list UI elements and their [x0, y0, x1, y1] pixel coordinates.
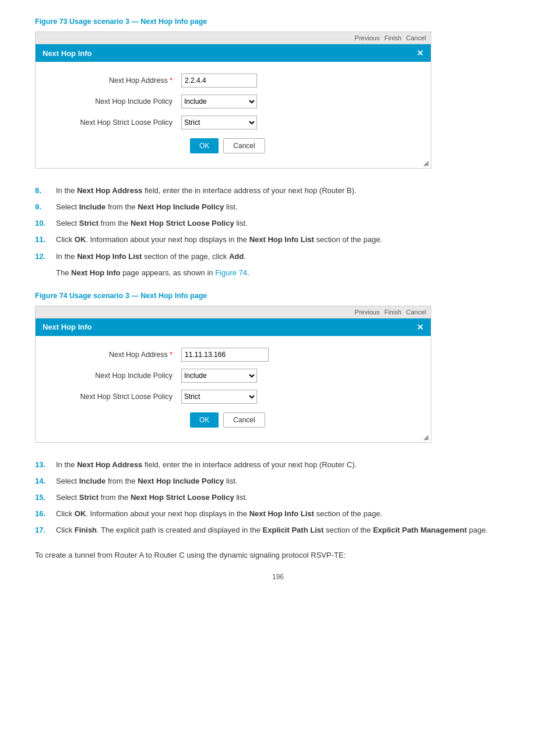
step-12-num: 12. — [35, 251, 54, 262]
step-15: 15. Select Strict from the Next Hop Stri… — [35, 492, 521, 503]
figure73-cancel-button[interactable]: Cancel — [223, 138, 265, 153]
figure74-field-include: Next Hop Include Policy Include Exclude — [53, 369, 413, 383]
figure74-label-strict: Next Hop Strict Loose Policy — [53, 393, 181, 401]
step-14: 14. Select Include from the Next Hop Inc… — [35, 475, 521, 487]
figure73-field-include: Next Hop Include Policy Include Exclude — [53, 94, 413, 108]
required-star: * — [170, 76, 173, 85]
step-15-text: Select Strict from the Next Hop Strict L… — [56, 492, 248, 503]
figure73-field-address: Next Hop Address * — [53, 74, 413, 88]
figure74-input-address[interactable] — [181, 348, 269, 362]
step-8: 8. In the Next Hop Address field, enter … — [35, 185, 521, 197]
previous-button-73[interactable]: Previous — [355, 34, 380, 41]
finish-button-73[interactable]: Finish — [384, 34, 401, 41]
figure74-select-include[interactable]: Include Exclude — [181, 369, 257, 383]
figure73-close-icon[interactable]: ✕ — [417, 48, 424, 58]
figure73-dialog: Previous Finish Cancel Next Hop Info ✕ N… — [35, 32, 431, 169]
figure73-field-strict: Next Hop Strict Loose Policy Strict Loos… — [53, 116, 413, 130]
required-star-74: * — [170, 351, 173, 359]
resize-handle-73[interactable]: ◢ — [423, 159, 428, 167]
step-14-num: 14. — [35, 475, 54, 487]
step-16: 16. Click OK. Information about your nex… — [35, 508, 521, 520]
step-13-text: In the Next Hop Address field, enter the… — [56, 459, 357, 471]
figure74-cancel-button[interactable]: Cancel — [223, 412, 265, 428]
cancel-button-73[interactable]: Cancel — [406, 34, 426, 41]
figure74-ok-button[interactable]: OK — [190, 412, 219, 428]
step-10-num: 10. — [35, 218, 54, 229]
steps-first: 8. In the Next Hop Address field, enter … — [35, 185, 521, 279]
figure74-link[interactable]: Figure 74 — [215, 268, 247, 277]
figure73-buttons: OK Cancel — [53, 138, 413, 153]
finish-button-74[interactable]: Finish — [384, 309, 401, 316]
figure73-caption: Figure 73 Usage scenario 3 — Next Hop In… — [35, 18, 521, 26]
step-13-num: 13. — [35, 459, 54, 471]
figure74-field-address: Next Hop Address * — [53, 348, 413, 362]
step-8-text: In the Next Hop Address field, enter the… — [56, 185, 356, 197]
step-10: 10. Select Strict from the Next Hop Stri… — [35, 218, 521, 229]
step-17-text: Click Finish. The explicit path is creat… — [56, 524, 488, 536]
figure74-select-strict[interactable]: Strict Loose — [181, 390, 257, 404]
figure73-dialog-title: Next Hop Info — [43, 49, 92, 58]
step-15-num: 15. — [35, 492, 54, 503]
step-12-text: In the Next Hop Info List section of the… — [56, 251, 246, 262]
step-14-text: Select Include from the Next Hop Include… — [56, 475, 237, 487]
step-17: 17. Click Finish. The explicit path is c… — [35, 524, 521, 536]
step-11-num: 11. — [35, 234, 54, 246]
figure74-close-icon[interactable]: ✕ — [417, 323, 424, 332]
step-9-num: 9. — [35, 201, 54, 213]
figure74-field-strict: Next Hop Strict Loose Policy Strict Loos… — [53, 390, 413, 404]
figure74-dialog-header: Next Hop Info ✕ — [36, 318, 431, 336]
step-12-sub: The Next Hop Info page appears, as shown… — [56, 267, 521, 279]
resize-handle-74[interactable]: ◢ — [423, 433, 428, 441]
figure74-buttons: OK Cancel — [53, 412, 413, 428]
figure74-label-include: Next Hop Include Policy — [53, 372, 181, 380]
step-16-text: Click OK. Information about your next ho… — [56, 508, 382, 520]
step-13: 13. In the Next Hop Address field, enter… — [35, 459, 521, 471]
footer-text: To create a tunnel from Router A to Rout… — [35, 550, 521, 561]
figure73-dialog-header: Next Hop Info ✕ — [36, 44, 431, 62]
step-11: 11. Click OK. Information about your nex… — [35, 234, 521, 246]
figure73-select-strict[interactable]: Strict Loose — [181, 116, 257, 130]
step-9-text: Select Include from the Next Hop Include… — [56, 201, 237, 213]
figure74-caption: Figure 74 Usage scenario 3 — Next Hop In… — [35, 292, 521, 300]
step-8-num: 8. — [35, 185, 54, 197]
step-16-num: 16. — [35, 508, 54, 520]
figure74-dialog-body: Next Hop Address * Next Hop Include Poli… — [36, 336, 431, 442]
figure73-label-include: Next Hop Include Policy — [53, 97, 181, 106]
figure73-select-include[interactable]: Include Exclude — [181, 94, 257, 108]
figure73-input-address[interactable] — [181, 74, 257, 88]
figure73-dialog-body: Next Hop Address * Next Hop Include Poli… — [36, 62, 431, 168]
step-12: 12. In the Next Hop Info List section of… — [35, 251, 521, 262]
figure73-label-strict: Next Hop Strict Loose Policy — [53, 118, 181, 127]
step-11-text: Click OK. Information about your next ho… — [56, 234, 382, 246]
figure73-ok-button[interactable]: OK — [190, 138, 219, 153]
step-17-num: 17. — [35, 524, 54, 536]
figure74-dialog-title: Next Hop Info — [43, 323, 92, 331]
figure74-label-address: Next Hop Address * — [53, 351, 181, 359]
page-number: 196 — [35, 573, 521, 581]
steps-second: 13. In the Next Hop Address field, enter… — [35, 459, 521, 537]
figure74-dialog: Previous Finish Cancel Next Hop Info ✕ N… — [35, 306, 431, 443]
figure73-topbar: Previous Finish Cancel — [36, 32, 431, 44]
cancel-button-74[interactable]: Cancel — [406, 309, 426, 316]
step-9: 9. Select Include from the Next Hop Incl… — [35, 201, 521, 213]
previous-button-74[interactable]: Previous — [355, 309, 380, 316]
figure74-topbar: Previous Finish Cancel — [36, 306, 431, 318]
figure73-label-address: Next Hop Address * — [53, 76, 181, 85]
step-10-text: Select Strict from the Next Hop Strict L… — [56, 218, 248, 229]
